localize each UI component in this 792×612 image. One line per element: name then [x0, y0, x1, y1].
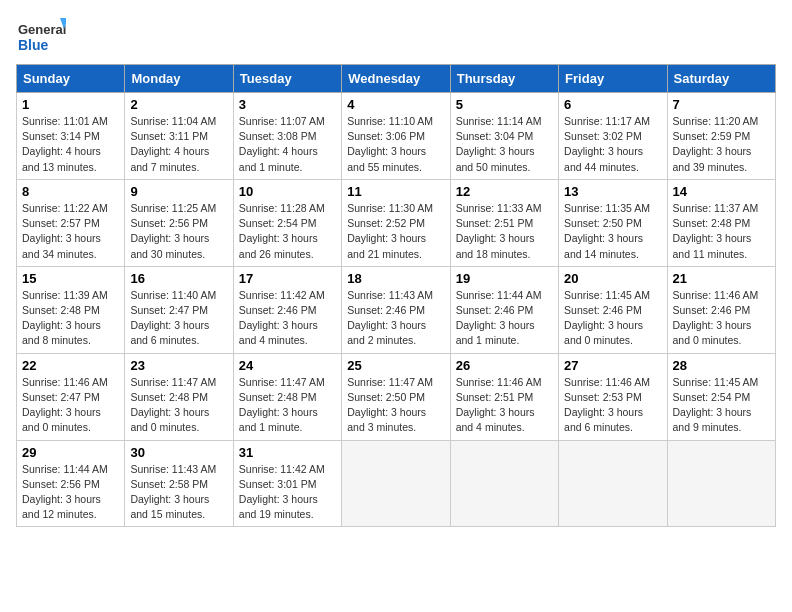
day-number: 20 [564, 271, 661, 286]
day-number: 5 [456, 97, 553, 112]
day-info: Sunrise: 11:42 AMSunset: 2:46 PMDaylight… [239, 289, 325, 347]
day-of-week-tuesday: Tuesday [233, 65, 341, 93]
day-number: 2 [130, 97, 227, 112]
calendar-cell: 26 Sunrise: 11:46 AMSunset: 2:51 PMDayli… [450, 353, 558, 440]
day-number: 1 [22, 97, 119, 112]
calendar-week-1: 1 Sunrise: 11:01 AMSunset: 3:14 PMDaylig… [17, 93, 776, 180]
day-number: 25 [347, 358, 444, 373]
day-info: Sunrise: 11:33 AMSunset: 2:51 PMDaylight… [456, 202, 542, 260]
day-info: Sunrise: 11:45 AMSunset: 2:46 PMDaylight… [564, 289, 650, 347]
day-of-week-friday: Friday [559, 65, 667, 93]
day-info: Sunrise: 11:01 AMSunset: 3:14 PMDaylight… [22, 115, 108, 173]
day-of-week-monday: Monday [125, 65, 233, 93]
calendar-cell [342, 440, 450, 527]
day-number: 21 [673, 271, 770, 286]
day-number: 3 [239, 97, 336, 112]
calendar-week-2: 8 Sunrise: 11:22 AMSunset: 2:57 PMDaylig… [17, 179, 776, 266]
day-info: Sunrise: 11:40 AMSunset: 2:47 PMDaylight… [130, 289, 216, 347]
day-info: Sunrise: 11:25 AMSunset: 2:56 PMDaylight… [130, 202, 216, 260]
day-number: 10 [239, 184, 336, 199]
day-info: Sunrise: 11:14 AMSunset: 3:04 PMDaylight… [456, 115, 542, 173]
calendar-cell: 19 Sunrise: 11:44 AMSunset: 2:46 PMDayli… [450, 266, 558, 353]
day-number: 30 [130, 445, 227, 460]
day-info: Sunrise: 11:35 AMSunset: 2:50 PMDaylight… [564, 202, 650, 260]
day-number: 24 [239, 358, 336, 373]
day-number: 29 [22, 445, 119, 460]
svg-text:Blue: Blue [18, 37, 49, 53]
calendar-cell: 6 Sunrise: 11:17 AMSunset: 3:02 PMDaylig… [559, 93, 667, 180]
day-number: 12 [456, 184, 553, 199]
calendar-cell: 12 Sunrise: 11:33 AMSunset: 2:51 PMDayli… [450, 179, 558, 266]
day-info: Sunrise: 11:47 AMSunset: 2:50 PMDaylight… [347, 376, 433, 434]
day-number: 26 [456, 358, 553, 373]
day-number: 15 [22, 271, 119, 286]
calendar-week-4: 22 Sunrise: 11:46 AMSunset: 2:47 PMDayli… [17, 353, 776, 440]
calendar-cell: 7 Sunrise: 11:20 AMSunset: 2:59 PMDaylig… [667, 93, 775, 180]
day-number: 18 [347, 271, 444, 286]
day-of-week-wednesday: Wednesday [342, 65, 450, 93]
day-info: Sunrise: 11:46 AMSunset: 2:51 PMDaylight… [456, 376, 542, 434]
calendar-cell: 10 Sunrise: 11:28 AMSunset: 2:54 PMDayli… [233, 179, 341, 266]
calendar-cell: 4 Sunrise: 11:10 AMSunset: 3:06 PMDaylig… [342, 93, 450, 180]
day-info: Sunrise: 11:43 AMSunset: 2:46 PMDaylight… [347, 289, 433, 347]
day-info: Sunrise: 11:07 AMSunset: 3:08 PMDaylight… [239, 115, 325, 173]
day-info: Sunrise: 11:44 AMSunset: 2:56 PMDaylight… [22, 463, 108, 521]
day-info: Sunrise: 11:46 AMSunset: 2:46 PMDaylight… [673, 289, 759, 347]
calendar-cell: 21 Sunrise: 11:46 AMSunset: 2:46 PMDayli… [667, 266, 775, 353]
calendar-cell: 5 Sunrise: 11:14 AMSunset: 3:04 PMDaylig… [450, 93, 558, 180]
calendar-cell: 22 Sunrise: 11:46 AMSunset: 2:47 PMDayli… [17, 353, 125, 440]
day-number: 6 [564, 97, 661, 112]
day-of-week-sunday: Sunday [17, 65, 125, 93]
calendar-cell: 15 Sunrise: 11:39 AMSunset: 2:48 PMDayli… [17, 266, 125, 353]
logo-svg: General Blue [16, 16, 66, 56]
calendar-cell: 29 Sunrise: 11:44 AMSunset: 2:56 PMDayli… [17, 440, 125, 527]
day-number: 14 [673, 184, 770, 199]
calendar-week-5: 29 Sunrise: 11:44 AMSunset: 2:56 PMDayli… [17, 440, 776, 527]
day-info: Sunrise: 11:37 AMSunset: 2:48 PMDaylight… [673, 202, 759, 260]
day-number: 17 [239, 271, 336, 286]
calendar-cell: 25 Sunrise: 11:47 AMSunset: 2:50 PMDayli… [342, 353, 450, 440]
svg-text:General: General [18, 22, 66, 37]
day-of-week-thursday: Thursday [450, 65, 558, 93]
day-info: Sunrise: 11:39 AMSunset: 2:48 PMDaylight… [22, 289, 108, 347]
day-info: Sunrise: 11:46 AMSunset: 2:53 PMDaylight… [564, 376, 650, 434]
day-info: Sunrise: 11:20 AMSunset: 2:59 PMDaylight… [673, 115, 759, 173]
day-number: 4 [347, 97, 444, 112]
calendar-cell: 28 Sunrise: 11:45 AMSunset: 2:54 PMDayli… [667, 353, 775, 440]
day-number: 13 [564, 184, 661, 199]
day-info: Sunrise: 11:43 AMSunset: 2:58 PMDaylight… [130, 463, 216, 521]
day-info: Sunrise: 11:42 AMSunset: 3:01 PMDaylight… [239, 463, 325, 521]
day-number: 16 [130, 271, 227, 286]
header: General Blue [16, 16, 776, 56]
calendar-cell: 16 Sunrise: 11:40 AMSunset: 2:47 PMDayli… [125, 266, 233, 353]
calendar-cell: 3 Sunrise: 11:07 AMSunset: 3:08 PMDaylig… [233, 93, 341, 180]
calendar-cell: 11 Sunrise: 11:30 AMSunset: 2:52 PMDayli… [342, 179, 450, 266]
day-number: 8 [22, 184, 119, 199]
day-number: 22 [22, 358, 119, 373]
calendar-cell: 14 Sunrise: 11:37 AMSunset: 2:48 PMDayli… [667, 179, 775, 266]
day-info: Sunrise: 11:44 AMSunset: 2:46 PMDaylight… [456, 289, 542, 347]
calendar-cell: 30 Sunrise: 11:43 AMSunset: 2:58 PMDayli… [125, 440, 233, 527]
calendar-cell [559, 440, 667, 527]
calendar-cell: 31 Sunrise: 11:42 AMSunset: 3:01 PMDayli… [233, 440, 341, 527]
day-info: Sunrise: 11:47 AMSunset: 2:48 PMDaylight… [239, 376, 325, 434]
day-info: Sunrise: 11:17 AMSunset: 3:02 PMDaylight… [564, 115, 650, 173]
calendar-cell: 20 Sunrise: 11:45 AMSunset: 2:46 PMDayli… [559, 266, 667, 353]
day-info: Sunrise: 11:30 AMSunset: 2:52 PMDaylight… [347, 202, 433, 260]
calendar-cell: 23 Sunrise: 11:47 AMSunset: 2:48 PMDayli… [125, 353, 233, 440]
day-info: Sunrise: 11:22 AMSunset: 2:57 PMDaylight… [22, 202, 108, 260]
calendar-cell: 8 Sunrise: 11:22 AMSunset: 2:57 PMDaylig… [17, 179, 125, 266]
calendar-cell: 27 Sunrise: 11:46 AMSunset: 2:53 PMDayli… [559, 353, 667, 440]
calendar-week-3: 15 Sunrise: 11:39 AMSunset: 2:48 PMDayli… [17, 266, 776, 353]
calendar-cell: 24 Sunrise: 11:47 AMSunset: 2:48 PMDayli… [233, 353, 341, 440]
day-number: 9 [130, 184, 227, 199]
day-number: 27 [564, 358, 661, 373]
calendar-cell [667, 440, 775, 527]
day-info: Sunrise: 11:47 AMSunset: 2:48 PMDaylight… [130, 376, 216, 434]
day-number: 19 [456, 271, 553, 286]
day-number: 28 [673, 358, 770, 373]
calendar-cell: 13 Sunrise: 11:35 AMSunset: 2:50 PMDayli… [559, 179, 667, 266]
day-info: Sunrise: 11:28 AMSunset: 2:54 PMDaylight… [239, 202, 325, 260]
calendar-cell: 2 Sunrise: 11:04 AMSunset: 3:11 PMDaylig… [125, 93, 233, 180]
day-number: 11 [347, 184, 444, 199]
